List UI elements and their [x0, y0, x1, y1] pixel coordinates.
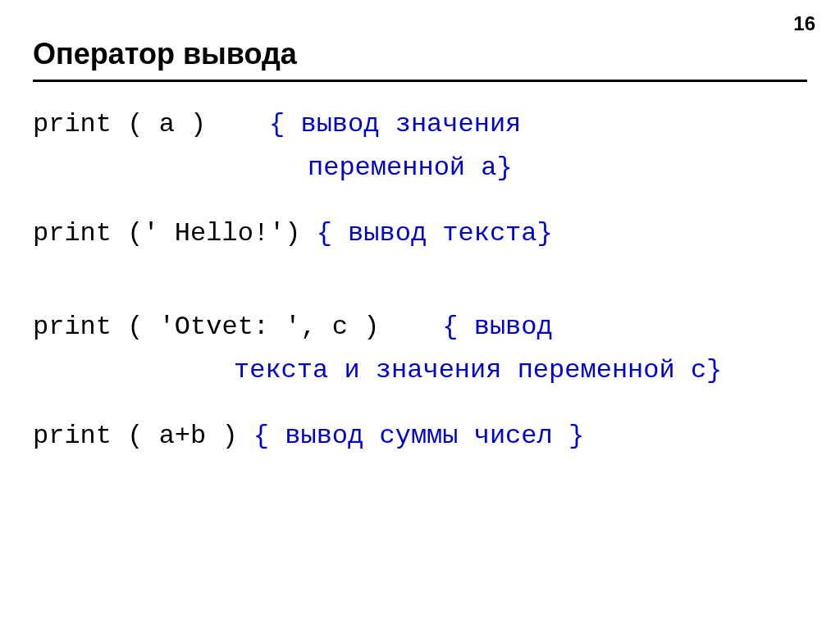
code-text: print ( a ) — [33, 109, 206, 139]
slide-title: Оператор вывода — [33, 37, 807, 71]
code-text: print (' Hello!') — [33, 218, 300, 248]
comment-text: { вывод суммы чисел } — [253, 421, 584, 451]
comment-text: { вывод текста} — [317, 218, 553, 248]
comment-text: текста и значения переменной c} — [234, 355, 722, 385]
example-4: print ( a+b ) { вывод суммы чисел } — [33, 418, 807, 455]
page-number: 16 — [793, 12, 815, 35]
title-divider — [33, 80, 807, 82]
comment-text: { вывод значения — [269, 109, 521, 139]
example-3: print ( 'Otvet: ', c ) { вывод текста и … — [33, 309, 807, 390]
comment-text: { вывод — [442, 312, 552, 342]
example-1: print ( a ) { вывод значения переменной … — [33, 107, 807, 187]
code-text: print ( a+b ) — [33, 421, 238, 451]
code-text: print ( 'Otvet: ', c ) — [33, 312, 379, 342]
example-2: print (' Hello!') { вывод текста} — [33, 216, 807, 253]
comment-text: переменной a} — [308, 153, 513, 183]
